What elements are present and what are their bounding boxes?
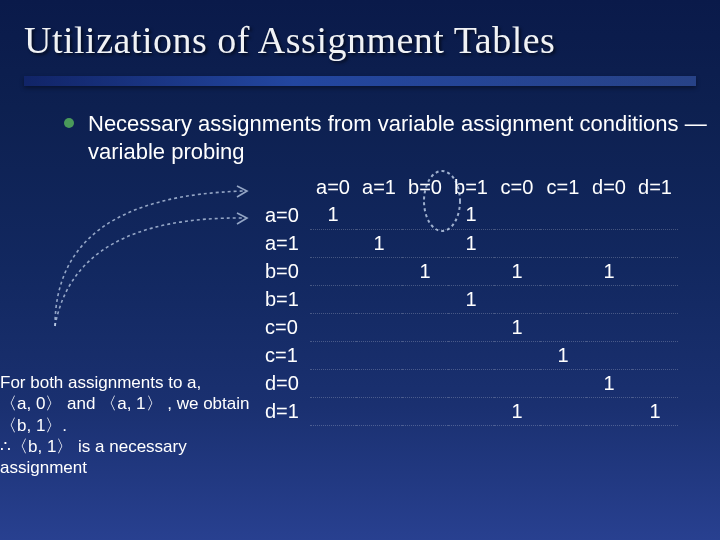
cell (310, 285, 356, 313)
cell (494, 341, 540, 369)
table-row: b=1 1 (262, 285, 678, 313)
bullet-text: Necessary assignments from variable assi… (88, 110, 712, 165)
col-d0: d=0 (586, 173, 632, 201)
annot-line3: 〈b, 1〉. (0, 415, 250, 436)
cell (540, 369, 586, 397)
cell (586, 397, 632, 425)
cell: 1 (448, 229, 494, 257)
cell (310, 369, 356, 397)
table-row: b=0 1 1 1 (262, 257, 678, 285)
row-c0: c=0 (262, 313, 310, 341)
cell (356, 257, 402, 285)
cell: 1 (494, 397, 540, 425)
cell: 1 (494, 313, 540, 341)
cell (632, 369, 678, 397)
cell: 1 (448, 285, 494, 313)
cell (310, 313, 356, 341)
cell (448, 397, 494, 425)
cell (356, 341, 402, 369)
col-d1: d=1 (632, 173, 678, 201)
col-b0: b=0 (402, 173, 448, 201)
cell (586, 229, 632, 257)
table-header-row: a=0 a=1 b=0 b=1 c=0 c=1 d=0 d=1 (262, 173, 678, 201)
cell (402, 201, 448, 229)
table-row: a=1 1 1 (262, 229, 678, 257)
title-area: Utilizations of Assignment Tables (0, 0, 720, 70)
cell (586, 285, 632, 313)
cell (310, 341, 356, 369)
cell (586, 341, 632, 369)
cell (540, 229, 586, 257)
cell (356, 369, 402, 397)
cell (448, 257, 494, 285)
cell (494, 201, 540, 229)
row-b1: b=1 (262, 285, 310, 313)
cell (356, 201, 402, 229)
cell (586, 313, 632, 341)
cell: 1 (448, 201, 494, 229)
assignment-table: a=0 a=1 b=0 b=1 c=0 c=1 d=0 d=1 a=0 1 1 (262, 173, 678, 426)
cell (540, 313, 586, 341)
cell: 1 (586, 257, 632, 285)
annot-line1: For both assignments to a, (0, 372, 250, 393)
cell (632, 257, 678, 285)
assignment-table-wrap: a=0 a=1 b=0 b=1 c=0 c=1 d=0 d=1 a=0 1 1 (262, 173, 712, 426)
cell (448, 313, 494, 341)
annot-pair-b1: 〈b, 1〉 (11, 437, 73, 456)
cell (586, 201, 632, 229)
col-b1: b=1 (448, 173, 494, 201)
cell (310, 397, 356, 425)
cell (494, 229, 540, 257)
cell (540, 285, 586, 313)
cell: 1 (586, 369, 632, 397)
annot-line2-end: , we obtain (163, 394, 250, 413)
row-c1: c=1 (262, 341, 310, 369)
annot-line2: 〈a, 0〉 and 〈a, 1〉 , we obtain (0, 393, 250, 414)
row-d0: d=0 (262, 369, 310, 397)
col-a1: a=1 (356, 173, 402, 201)
cell (632, 201, 678, 229)
table-row: d=1 1 1 (262, 397, 678, 425)
cell (632, 229, 678, 257)
row-a0: a=0 (262, 201, 310, 229)
annot-line5: assignment (0, 457, 250, 478)
cell (448, 369, 494, 397)
table-row: a=0 1 1 (262, 201, 678, 229)
cell (402, 397, 448, 425)
row-a1: a=1 (262, 229, 310, 257)
cell (402, 341, 448, 369)
cell: 1 (402, 257, 448, 285)
cell (632, 341, 678, 369)
cell (356, 285, 402, 313)
table-row: c=0 1 (262, 313, 678, 341)
cell: 1 (356, 229, 402, 257)
cell (356, 397, 402, 425)
cell: 1 (494, 257, 540, 285)
cell: 1 (632, 397, 678, 425)
cell (356, 313, 402, 341)
cell (448, 341, 494, 369)
col-c1: c=1 (540, 173, 586, 201)
col-a0: a=0 (310, 173, 356, 201)
therefore-symbol: ∴ (0, 437, 11, 456)
cell (402, 229, 448, 257)
cell (494, 369, 540, 397)
table-row: c=1 1 (262, 341, 678, 369)
cell (402, 285, 448, 313)
table-row: d=0 1 (262, 369, 678, 397)
pointer-arrow-icon (45, 156, 275, 336)
cell: 1 (540, 341, 586, 369)
cell: 1 (310, 201, 356, 229)
title-underline (24, 76, 696, 86)
cell (402, 369, 448, 397)
annot-pair-a0: 〈a, 0〉 (0, 394, 62, 413)
bullet-dot-icon (64, 118, 74, 128)
cell (494, 285, 540, 313)
annot-line4-end: is a necessary (73, 437, 186, 456)
annot-line4: ∴〈b, 1〉 is a necessary (0, 436, 250, 457)
cell (540, 201, 586, 229)
row-b0: b=0 (262, 257, 310, 285)
annot-pair-a1: 〈a, 1〉 (100, 394, 162, 413)
row-d1: d=1 (262, 397, 310, 425)
cell (310, 257, 356, 285)
